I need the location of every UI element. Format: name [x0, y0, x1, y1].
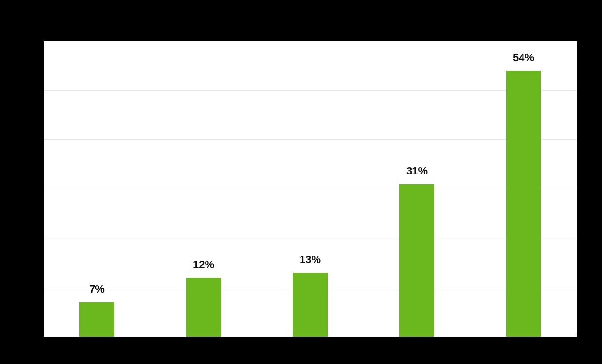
bar-value-label: 12% — [193, 258, 214, 271]
plot-area: 7%12%13%31%54% — [44, 41, 577, 337]
bar-slot: 31% — [364, 41, 470, 337]
bar-value-label: 13% — [300, 253, 321, 266]
bar-slot: 12% — [150, 41, 257, 337]
bar-slot: 54% — [470, 41, 577, 337]
bar — [186, 278, 221, 337]
bar-value-label: 7% — [89, 283, 105, 296]
bar — [293, 273, 328, 337]
bar-slot: 13% — [257, 41, 364, 337]
bar — [79, 302, 114, 337]
bar — [506, 71, 541, 337]
chart-container: 7%12%13%31%54% — [44, 41, 577, 337]
bar — [399, 184, 434, 337]
bar-value-label: 31% — [406, 165, 428, 177]
bars-group: 7%12%13%31%54% — [44, 41, 577, 337]
bar-value-label: 54% — [513, 51, 534, 64]
bar-slot: 7% — [44, 41, 150, 337]
